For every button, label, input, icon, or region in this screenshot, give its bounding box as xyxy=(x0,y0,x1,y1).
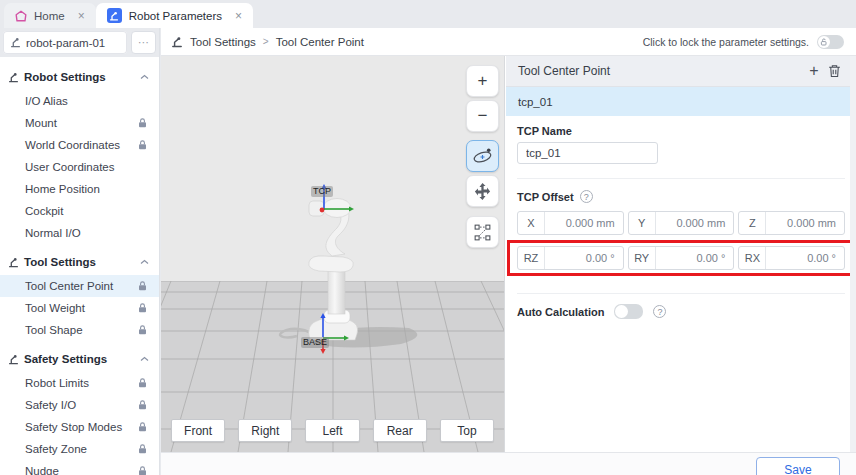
parameter-name-box[interactable]: robot-param-01 xyxy=(3,31,127,54)
offset-rz-field[interactable]: RZ 0.00 ° xyxy=(517,246,624,270)
more-options-button[interactable]: ⋯ xyxy=(131,31,156,54)
sidebar-nav: Robot Settings I/O Alias Mount World Coo… xyxy=(0,57,159,475)
view-top-button[interactable]: Top xyxy=(440,419,494,442)
section-tool-settings[interactable]: Tool Settings xyxy=(0,249,159,275)
tcp-settings-panel: Tool Center Point + tcp_01 TCP Name TCP … xyxy=(506,56,856,452)
section-robot-settings[interactable]: Robot Settings xyxy=(0,64,159,90)
tab-label: Home xyxy=(34,10,65,22)
view-left-button[interactable]: Left xyxy=(305,419,359,442)
sidebar-item-robot-limits[interactable]: Robot Limits xyxy=(0,372,159,394)
sidebar-item-safety-zone[interactable]: Safety Zone xyxy=(0,438,159,460)
tcp-list-item-selected[interactable]: tcp_01 xyxy=(506,87,856,116)
pan-move-icon xyxy=(473,182,492,201)
chevron-up-icon xyxy=(140,259,149,265)
help-icon[interactable]: ? xyxy=(653,305,666,318)
tcp-frame-label: TCP xyxy=(311,186,333,197)
add-tcp-button[interactable]: + xyxy=(804,61,824,81)
tcp-name-input[interactable] xyxy=(517,142,658,164)
item-label: Tool Shape xyxy=(25,324,83,336)
offset-ry-field[interactable]: RY 0.00 ° xyxy=(628,246,735,270)
item-label: Tool Center Point xyxy=(25,280,113,292)
points-link-icon xyxy=(474,224,491,241)
sidebar-item-world-coordinates[interactable]: World Coordinates xyxy=(0,134,159,156)
sidebar: robot-param-01 ⋯ Robot Settings I/O Alia… xyxy=(0,28,160,475)
field-label: RY xyxy=(629,247,656,269)
divider xyxy=(517,293,845,294)
zoom-in-button[interactable]: + xyxy=(466,65,499,97)
robot-icon xyxy=(8,72,19,83)
view-rear-button[interactable]: Rear xyxy=(373,419,427,442)
sidebar-item-cockpit[interactable]: Cockpit xyxy=(0,200,159,222)
pan-button[interactable] xyxy=(466,175,499,207)
tcp-offset-label: TCP Offset ? xyxy=(517,190,845,203)
field-value: 0.000 mm xyxy=(656,212,734,234)
field-value: 0.000 mm xyxy=(545,212,623,234)
close-icon[interactable]: × xyxy=(235,9,242,23)
lock-icon xyxy=(138,303,147,313)
sidebar-item-user-coordinates[interactable]: User Coordinates xyxy=(0,156,159,178)
divider xyxy=(517,178,845,179)
tcp-name-label: TCP Name xyxy=(517,125,845,137)
position-offset-row: X 0.000 mm Y 0.000 mm Z 0.000 mm xyxy=(517,211,845,235)
close-icon[interactable]: × xyxy=(78,9,85,23)
panel-scrollbar[interactable] xyxy=(850,56,856,452)
item-label: Mount xyxy=(25,117,57,129)
sidebar-item-normal-io[interactable]: Normal I/O xyxy=(0,222,159,244)
offset-y-field[interactable]: Y 0.000 mm xyxy=(628,211,735,235)
item-label: Normal I/O xyxy=(25,227,81,239)
breadcrumb: Tool Settings > Tool Center Point xyxy=(171,36,364,48)
lock-icon xyxy=(138,422,147,432)
section-safety-settings[interactable]: Safety Settings xyxy=(0,346,159,372)
sidebar-item-safety-stop-modes[interactable]: Safety Stop Modes xyxy=(0,416,159,438)
offset-rx-field[interactable]: RX 0.00 ° xyxy=(738,246,845,270)
sidebar-item-tool-center-point[interactable]: Tool Center Point xyxy=(0,275,159,297)
robot-icon xyxy=(8,354,19,365)
sidebar-item-tool-weight[interactable]: Tool Weight xyxy=(0,297,159,319)
tab-home[interactable]: Home × xyxy=(4,3,96,28)
sidebar-item-safety-io[interactable]: Safety I/O xyxy=(0,394,159,416)
rotation-offset-row: RZ 0.00 ° RY 0.00 ° RX 0.00 ° xyxy=(517,246,845,270)
lock-icon xyxy=(138,444,147,454)
tab-bar: Home × Robot Parameters × xyxy=(0,0,856,28)
lock-icon xyxy=(138,118,147,128)
breadcrumb-separator: > xyxy=(263,36,269,47)
item-label: I/O Alias xyxy=(25,95,68,107)
auto-calculation-row: Auto Calculation ? xyxy=(517,304,845,319)
auto-calculation-toggle[interactable] xyxy=(614,304,643,319)
lock-settings-toggle[interactable] xyxy=(817,35,844,49)
sidebar-item-home-position[interactable]: Home Position xyxy=(0,178,159,200)
field-value: 0.00 ° xyxy=(766,247,844,269)
measure-points-button[interactable] xyxy=(466,216,499,248)
section-label: Tool Settings xyxy=(24,256,96,268)
robot-icon xyxy=(10,37,21,48)
lock-icon xyxy=(138,378,147,388)
view-right-button[interactable]: Right xyxy=(238,419,292,442)
sidebar-item-io-alias[interactable]: I/O Alias xyxy=(0,90,159,112)
sidebar-item-tool-shape[interactable]: Tool Shape xyxy=(0,319,159,341)
offset-x-field[interactable]: X 0.000 mm xyxy=(517,211,624,235)
chevron-up-icon xyxy=(140,74,149,80)
item-label: Robot Limits xyxy=(25,377,89,389)
home-icon xyxy=(15,10,27,22)
item-label: World Coordinates xyxy=(25,139,120,151)
orbit-rotate-button[interactable] xyxy=(466,140,499,172)
field-label: RZ xyxy=(518,247,545,269)
zoom-out-button[interactable]: − xyxy=(466,100,499,132)
viewport-controls: + − xyxy=(466,65,500,248)
help-icon[interactable]: ? xyxy=(580,190,593,203)
delete-tcp-button[interactable] xyxy=(824,61,844,81)
section-label: Safety Settings xyxy=(24,353,107,365)
3d-viewport[interactable]: TCP BASE + − xyxy=(161,56,505,452)
footer-bar: Save xyxy=(161,452,856,475)
offset-z-field[interactable]: Z 0.000 mm xyxy=(738,211,845,235)
view-front-button[interactable]: Front xyxy=(171,419,225,442)
field-value: 0.00 ° xyxy=(656,247,734,269)
sidebar-item-mount[interactable]: Mount xyxy=(0,112,159,134)
sidebar-item-nudge[interactable]: Nudge xyxy=(0,460,159,475)
item-label: Home Position xyxy=(25,183,100,195)
save-button[interactable]: Save xyxy=(756,457,840,475)
breadcrumb-parent[interactable]: Tool Settings xyxy=(190,36,256,48)
field-label: Y xyxy=(629,212,656,234)
sidebar-header: robot-param-01 ⋯ xyxy=(0,28,159,57)
tab-robot-parameters[interactable]: Robot Parameters × xyxy=(96,3,253,28)
